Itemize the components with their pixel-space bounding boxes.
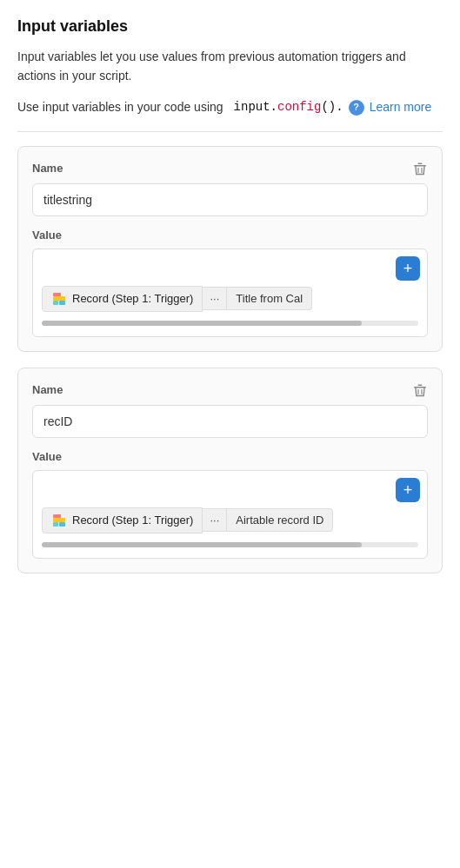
name-field-label-1: Name xyxy=(32,161,428,176)
help-icon[interactable]: ? xyxy=(349,100,364,116)
section-divider xyxy=(17,131,443,132)
variable-name-input-2[interactable] xyxy=(32,405,428,438)
svg-rect-12 xyxy=(53,518,65,522)
pill-value-1: Title from Cal xyxy=(227,287,312,310)
pill-dots-1[interactable]: ··· xyxy=(203,287,227,310)
trigger-pill-2[interactable]: Record (Step 1: Trigger) xyxy=(42,507,203,533)
svg-rect-6 xyxy=(53,301,58,305)
trigger-pill-label-2: Record (Step 1: Trigger) xyxy=(72,514,193,527)
add-value-button-2[interactable]: + xyxy=(396,478,420,502)
airtable-icon-2 xyxy=(51,513,67,528)
svg-rect-5 xyxy=(53,293,61,296)
scrollbar-thumb-1 xyxy=(42,321,362,326)
scrollbar-thumb-2 xyxy=(42,542,362,547)
trigger-pill-1[interactable]: Record (Step 1: Trigger) xyxy=(42,286,203,312)
trigger-pill-label-1: Record (Step 1: Trigger) xyxy=(72,292,193,305)
value-container-1: + Record (Step 1: Trigger) ··· Title fro… xyxy=(32,248,428,337)
svg-rect-4 xyxy=(53,296,65,301)
code-line: Use input variables in your code using i… xyxy=(17,97,443,116)
svg-rect-9 xyxy=(418,384,423,386)
svg-rect-13 xyxy=(53,514,61,518)
value-pill-row-1: Record (Step 1: Trigger) ··· Title from … xyxy=(42,286,418,312)
page-title: Input variables xyxy=(17,17,443,36)
variable-card-1: Name Value + xyxy=(17,146,443,352)
value-scrollbar-1[interactable] xyxy=(42,321,418,326)
airtable-icon-1 xyxy=(51,291,67,307)
pill-value-2: Airtable record ID xyxy=(227,508,333,532)
delete-variable-2-button[interactable] xyxy=(412,382,428,398)
value-pill-row-2: Record (Step 1: Trigger) ··· Airtable re… xyxy=(42,507,418,533)
name-field-label-2: Name xyxy=(32,382,428,398)
learn-more-link[interactable]: Learn more xyxy=(370,97,432,116)
svg-rect-14 xyxy=(53,522,58,527)
pill-dots-2[interactable]: ··· xyxy=(203,508,227,532)
value-container-2: + Record (Step 1: Trigger) ··· Airtable … xyxy=(32,470,428,559)
code-snippet: input.config(). xyxy=(234,97,343,116)
add-value-button-1[interactable]: + xyxy=(396,256,420,281)
svg-rect-15 xyxy=(59,522,65,527)
value-field-label-2: Value xyxy=(32,450,428,463)
svg-rect-7 xyxy=(59,301,65,305)
description-2: Use input variables in your code using xyxy=(17,97,223,116)
value-scrollbar-2[interactable] xyxy=(42,542,418,547)
variable-card-2: Name Value + xyxy=(17,368,443,573)
description-1: Input variables let you use values from … xyxy=(17,48,443,85)
delete-variable-1-button[interactable] xyxy=(412,161,428,176)
value-field-label-1: Value xyxy=(32,229,428,242)
variable-name-input-1[interactable] xyxy=(32,183,428,216)
svg-rect-1 xyxy=(418,162,423,164)
